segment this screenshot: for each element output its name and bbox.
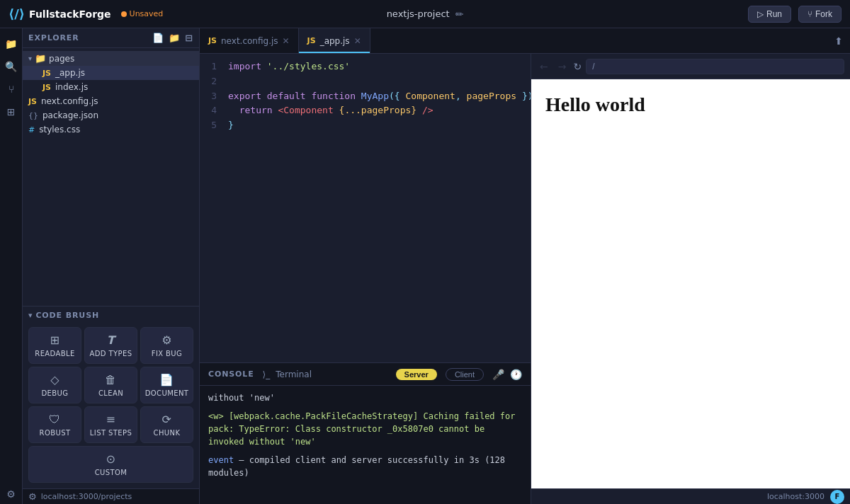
brush-clean[interactable]: 🗑 CLEAN [84, 367, 137, 403]
brush-add-types[interactable]: T ADD TYPES [84, 327, 137, 364]
explorer-header-icons: 📄 📁 ⊟ [152, 33, 193, 43]
code-brush-header[interactable]: ▾ CODE BRUSH [23, 307, 199, 324]
code-brush-arrow: ▾ [28, 311, 33, 320]
collapse-icon[interactable]: ⊟ [185, 33, 193, 43]
file-tree: ▾ 📁 pages JS _app.js 🗑 JS index.js 🗑 JS … [23, 48, 199, 306]
terminal-icon: ⟩_ [263, 370, 271, 379]
robust-icon: 🛡 [49, 413, 60, 426]
main-layout: 📁 🔍 ⑂ ⊞ ⚙ EXPLORER 📄 📁 ⊟ ▾ 📁 pages JS [0, 28, 850, 504]
file-package-json[interactable]: {} package.json 🗑 [23, 108, 199, 122]
console-tabs: ⟩_ Terminal [263, 370, 387, 379]
server-button[interactable]: Server [396, 369, 437, 380]
console-header: CONSOLE ⟩_ Terminal Server Client 🎤 🕐 [200, 363, 531, 386]
folder-name: pages [49, 54, 74, 64]
chunk-icon: ⟳ [162, 413, 172, 426]
brush-chunk[interactable]: ⟳ CHUNK [140, 406, 193, 443]
sidebar-icon-settings[interactable]: ⚙ [1, 484, 21, 504]
status-url: localhost:3000/projects [41, 492, 132, 501]
console-body: without 'new' <w> [webpack.cache.PackFil… [200, 386, 531, 504]
tab-js-icon: JS [208, 36, 217, 45]
code-line-2: 2 [200, 74, 531, 89]
gear-icon[interactable]: ⚙ [28, 491, 37, 502]
file-next-config[interactable]: JS next.config.js 🗑 [23, 94, 199, 108]
json-icon: {} [28, 111, 38, 120]
code-brush-label: CODE BRUSH [35, 311, 99, 320]
code-line-1: 1 import '../styles.css' [200, 59, 531, 74]
code-editor: 1 import '../styles.css' 2 3 export defa… [200, 54, 531, 504]
unsaved-label: Unsaved [130, 9, 164, 18]
folder-icon: 📁 [35, 53, 46, 64]
fix-bug-icon: ⚙ [162, 333, 172, 347]
file-index-js[interactable]: JS index.js 🗑 [23, 80, 199, 94]
clock-icon[interactable]: 🕐 [510, 369, 522, 380]
code-line-3: 3 export default function MyApp({ Compon… [200, 89, 531, 104]
console-title: CONSOLE [208, 370, 254, 379]
client-button[interactable]: Client [446, 368, 484, 381]
new-file-icon[interactable]: 📄 [152, 33, 164, 43]
mic-icon[interactable]: 🎤 [492, 369, 504, 380]
tab-next-config[interactable]: JS next.config.js ✕ [200, 28, 299, 53]
brush-grid: ⊞ READABLE T ADD TYPES ⚙ FIX BUG ◇ DEBUG… [23, 324, 199, 446]
project-name: nextjs-project [387, 8, 450, 19]
readable-label: READABLE [35, 350, 74, 357]
topbar: ⟨/⟩ FullstackForge Unsaved nextjs-projec… [0, 0, 850, 28]
file-app-js[interactable]: JS _app.js 🗑 [23, 66, 199, 80]
terminal-label[interactable]: Terminal [276, 370, 312, 379]
debug-icon: ◇ [50, 373, 60, 386]
brush-readable[interactable]: ⊞ READABLE [28, 327, 81, 364]
file-name-index: index.js [55, 82, 181, 92]
share-icon[interactable]: ⬆ [827, 35, 850, 47]
code-content[interactable]: 1 import '../styles.css' 2 3 export defa… [200, 54, 531, 362]
fix-bug-label: FIX BUG [152, 350, 182, 357]
fork-button[interactable]: ⑂ Fork [798, 6, 842, 23]
tab-close-app[interactable]: ✕ [354, 36, 361, 46]
sidebar-icon-git[interactable]: ⑂ [1, 79, 21, 99]
sidebar-icon-explorer[interactable]: 📁 [1, 34, 21, 54]
unsaved-dot [121, 11, 127, 17]
js-icon: JS [42, 69, 51, 78]
folder-arrow-icon: ▾ [28, 55, 32, 62]
brush-custom[interactable]: ⊙ CUSTOM [28, 446, 193, 483]
fork-label: Fork [815, 9, 832, 19]
tab-js-icon: JS [307, 36, 316, 45]
brush-fix-bug[interactable]: ⚙ FIX BUG [140, 327, 193, 364]
run-button[interactable]: ▷ Run [748, 6, 791, 23]
tab-name-app: _app.js [320, 36, 350, 46]
code-line-4: 4 return <Component {...pageProps} /> [200, 103, 531, 118]
refresh-button[interactable]: ↻ [573, 61, 582, 72]
sidebar-icon-search[interactable]: 🔍 [1, 57, 21, 76]
console-line-2: event – compiled client and server succe… [208, 454, 522, 479]
run-label: Run [766, 9, 782, 19]
project-title-area: nextjs-project ✏ [387, 8, 464, 20]
editor-area: JS next.config.js ✕ JS _app.js ✕ ⬆ 1 imp… [200, 28, 850, 504]
brush-document[interactable]: 📄 DOCUMENT [140, 367, 193, 403]
preview-title: Hello world [545, 93, 836, 116]
code-brush-section: ▾ CODE BRUSH ⊞ READABLE T ADD TYPES ⚙ FI… [23, 306, 199, 488]
status-bar: ⚙ localhost:3000/projects [23, 488, 199, 504]
folder-pages[interactable]: ▾ 📁 pages [23, 51, 199, 66]
tab-close-next-config[interactable]: ✕ [283, 36, 290, 46]
tabs-bar: JS next.config.js ✕ JS _app.js ✕ ⬆ [200, 28, 850, 54]
tab-app-js[interactable]: JS _app.js ✕ [299, 28, 370, 53]
edit-icon[interactable]: ✏ [455, 8, 464, 20]
preview-panel: ← → ↻ Hello world localhost:3000 F [531, 54, 850, 504]
new-folder-icon[interactable]: 📁 [169, 33, 181, 43]
debug-label: DEBUG [42, 389, 69, 397]
logo: ⟨/⟩ FullstackForge [8, 6, 111, 21]
back-button[interactable]: ← [537, 59, 551, 74]
brush-robust[interactable]: 🛡 ROBUST [28, 406, 81, 443]
preview-content: Hello world [531, 79, 850, 488]
forward-button[interactable]: → [555, 59, 570, 74]
file-styles-css[interactable]: # styles.css 🗑 [23, 122, 199, 137]
topbar-actions: ▷ Run ⑂ Fork [748, 6, 842, 23]
console-line-1: <w> [webpack.cache.PackFileCacheStrategy… [208, 410, 522, 448]
tab-name-next-config: next.config.js [221, 36, 278, 46]
url-bar[interactable] [586, 59, 844, 74]
sidebar-icon-extensions[interactable]: ⊞ [1, 102, 21, 122]
css-icon: # [28, 125, 35, 134]
file-name-app: _app.js [55, 68, 181, 78]
clean-icon: 🗑 [105, 373, 116, 386]
brush-list-steps[interactable]: ≡ LIST STEPS [84, 406, 137, 443]
brush-debug[interactable]: ◇ DEBUG [28, 367, 81, 403]
logo-text: FullstackForge [29, 8, 111, 20]
